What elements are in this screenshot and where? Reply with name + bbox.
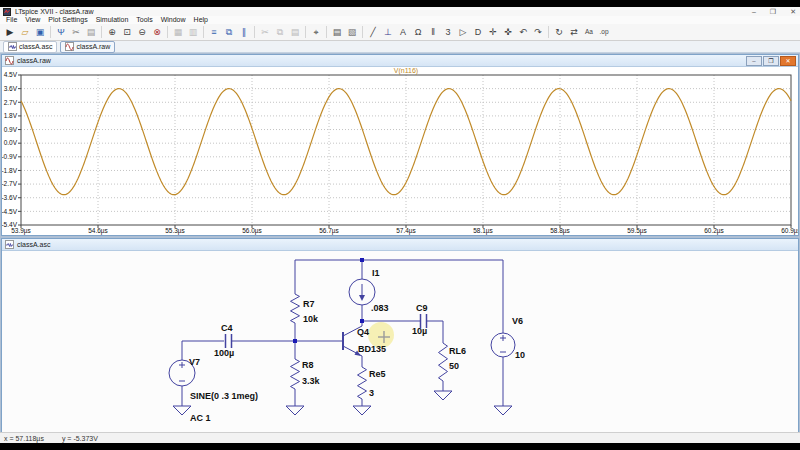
label-Q4[interactable]: Q4 [357, 327, 369, 337]
control-panel-icon[interactable]: Ψ [54, 24, 68, 40]
value-Re5[interactable]: 3 [369, 388, 374, 398]
mirror-icon[interactable]: ⇄ [567, 24, 581, 40]
paste-icon[interactable]: ▤ [84, 24, 98, 40]
waveform-window: classA.raw – ❐ ✕ 4.5V3.6V2.7V1.8V0.9V0.0… [1, 54, 799, 236]
value-C9[interactable]: 10µ [412, 326, 427, 336]
text-icon[interactable]: Aa [582, 24, 596, 40]
svg-text:-0.9V: -0.9V [2, 153, 18, 160]
label-C9[interactable]: C9 [416, 303, 428, 313]
svg-text:3.6V: 3.6V [4, 85, 18, 92]
menu-plot-settings[interactable]: Plot Settings [44, 16, 91, 24]
zoom-out-icon[interactable]: ⊖ [135, 24, 149, 40]
toolbar-separator [167, 26, 168, 38]
move-icon[interactable]: ✛ [486, 24, 500, 40]
print-icon[interactable]: ▤ [330, 24, 344, 40]
value-V6[interactable]: 10 [515, 350, 525, 360]
value-R7[interactable]: 10k [303, 314, 318, 324]
child-restore-button[interactable]: ❐ [763, 56, 779, 66]
value-Q4[interactable]: BD135 [358, 344, 386, 354]
run-icon[interactable]: ▶ [3, 24, 17, 40]
app-titlebar[interactable]: LTspice XVII - classA.raw [0, 7, 800, 16]
label-R7[interactable]: R7 [303, 299, 315, 309]
waveform-icon [65, 42, 74, 51]
value-I1[interactable]: .083 [371, 303, 389, 313]
label-R8[interactable]: R8 [302, 360, 314, 370]
close-icon[interactable]: ✕ [790, 7, 796, 16]
toolbar-separator [362, 26, 363, 38]
menu-view[interactable]: View [21, 16, 44, 24]
net-label-icon[interactable]: A [396, 24, 410, 40]
label-C4[interactable]: C4 [221, 323, 233, 333]
zoom-in-icon[interactable]: ⊕ [105, 24, 119, 40]
redo-icon[interactable]: ↷ [531, 24, 545, 40]
svg-text:-4.5V: -4.5V [2, 208, 18, 215]
ground-icon[interactable]: ⊥ [381, 24, 395, 40]
label-V6[interactable]: V6 [512, 316, 523, 326]
label-I1[interactable]: I1 [372, 268, 380, 278]
capacitor-icon[interactable]: ‖ [426, 24, 440, 40]
menu-window[interactable]: Window [157, 16, 190, 24]
schematic-window-title: classA.asc [17, 241, 50, 248]
svg-text:54.6µs: 54.6µs [88, 227, 108, 235]
diode-icon[interactable]: ▷ [456, 24, 470, 40]
zoom-box-icon[interactable]: ⊡ [120, 24, 134, 40]
find-icon[interactable]: ⌖ [309, 24, 323, 40]
toolbar-separator [203, 26, 204, 38]
resistor-icon[interactable]: Ω [411, 24, 425, 40]
label-V7[interactable]: V7 [189, 357, 200, 367]
toolbar-separator [548, 26, 549, 38]
tab-classA-raw[interactable]: classA.raw [60, 41, 115, 53]
cascade-windows-icon[interactable]: ⧉ [222, 24, 236, 40]
svg-text:56.7µs: 56.7µs [319, 227, 339, 235]
waveform-window-titlebar[interactable]: classA.raw – ❐ ✕ [2, 55, 798, 67]
maximize-icon[interactable]: ❐ [770, 7, 776, 16]
inductor-icon[interactable]: 3 [441, 24, 455, 40]
value-V7[interactable]: SINE(0 .3 1meg) [190, 391, 258, 401]
paste-clipboard-icon: ▤ [288, 24, 302, 40]
toolbar-separator [101, 26, 102, 38]
minimize-icon[interactable]: – [752, 7, 756, 16]
toolbar-separator [254, 26, 255, 38]
open-icon[interactable]: ▱ [18, 24, 32, 40]
svg-text:60.9µs: 60.9µs [781, 227, 798, 235]
menu-help[interactable]: Help [190, 16, 212, 24]
child-close-button[interactable]: ✕ [780, 56, 796, 66]
drag-icon[interactable]: ✜ [501, 24, 515, 40]
cursor-y-readout: y = -5.373V [62, 435, 98, 442]
rotate-icon[interactable]: ↻ [552, 24, 566, 40]
tile-horizontal-icon[interactable]: ≡ [207, 24, 221, 40]
tab-classA-asc[interactable]: classA.asc [3, 41, 57, 53]
tab-bar: classA.ascclassA.raw [0, 41, 800, 53]
svg-text:V(n116): V(n116) [394, 67, 418, 75]
copy-icon: ⧉ [273, 24, 287, 40]
component-icon[interactable]: D [471, 24, 485, 40]
value2-V7[interactable]: AC 1 [190, 413, 211, 423]
waveform-window-title: classA.raw [17, 57, 51, 64]
waveform-plot[interactable]: 4.5V3.6V2.7V1.8V0.9V0.0V-0.9V-1.8V-2.7V-… [2, 67, 798, 236]
undo-icon[interactable]: ↶ [516, 24, 530, 40]
label-RL6[interactable]: RL6 [449, 346, 466, 356]
print-preview-icon[interactable]: ▧ [345, 24, 359, 40]
child-minimize-button[interactable]: – [746, 56, 762, 66]
tile-vertical-icon[interactable]: ∥ [237, 24, 251, 40]
spice-directive-icon[interactable]: .op [597, 24, 611, 40]
app-title: LTspice XVII - classA.raw [15, 7, 93, 16]
schematic-canvas[interactable] [2, 251, 798, 432]
value-C4[interactable]: 100µ [214, 348, 234, 358]
svg-text:0.9V: 0.9V [4, 126, 18, 133]
value-RL6[interactable]: 50 [449, 361, 459, 371]
cut-icon[interactable]: ✂ [69, 24, 83, 40]
schematic-window-titlebar[interactable]: classA.asc [2, 239, 798, 251]
wire-icon[interactable]: ╱ [366, 24, 380, 40]
value-R8[interactable]: 3.3k [302, 376, 320, 386]
menu-tools[interactable]: Tools [132, 16, 156, 24]
autorange-icon: ▦ [171, 24, 185, 40]
menu-simulation[interactable]: Simulation [92, 16, 133, 24]
schematic-window: classA.asc I1 .083 R7 10k C4 100µ V7 SIN… [1, 238, 799, 432]
label-Re5[interactable]: Re5 [369, 369, 386, 379]
zoom-extents-icon[interactable]: ⊗ [150, 24, 164, 40]
menu-file[interactable]: File [2, 16, 21, 24]
svg-text:0.0V: 0.0V [4, 139, 18, 146]
toolbar-separator [305, 26, 306, 38]
save-icon[interactable]: ▣ [33, 24, 47, 40]
